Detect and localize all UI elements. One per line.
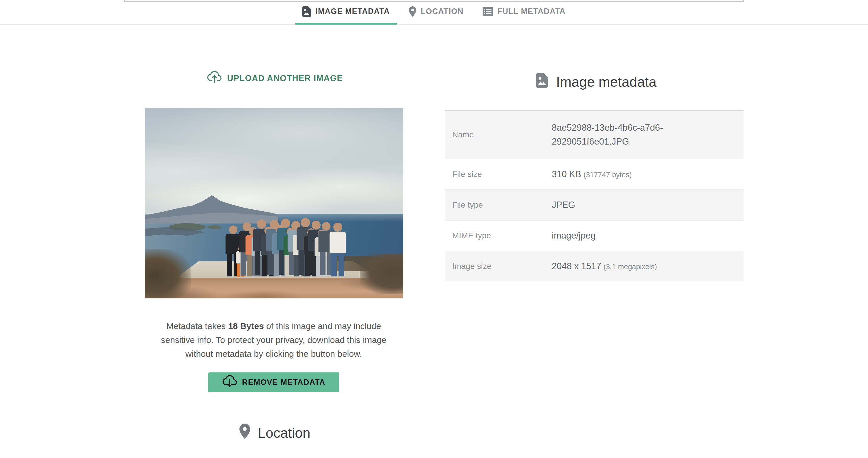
- table-row: Image size2048 x 1517(3.1 megapixels): [445, 251, 744, 281]
- row-value: 8ae52988-13eb-4b6c-a7d6-2929051f6e01.JPG: [552, 121, 702, 149]
- remove-metadata-button[interactable]: REMOVE METADATA: [208, 372, 339, 392]
- row-label: Image size: [445, 262, 552, 271]
- table-row: File size310 KB(317747 bytes): [445, 159, 744, 189]
- metadata-title: Image metadata: [556, 74, 656, 90]
- photo-people: [145, 108, 403, 298]
- cloud-download-icon: [222, 375, 237, 390]
- tab-location[interactable]: LOCATION: [402, 0, 470, 25]
- remove-button-label: REMOVE METADATA: [242, 378, 326, 387]
- tab-full-metadata[interactable]: FULL METADATA: [476, 0, 572, 25]
- row-value: 310 KB(317747 bytes): [552, 167, 631, 182]
- row-value: image/jpeg: [552, 229, 596, 242]
- uploaded-photo-preview: [145, 108, 403, 298]
- tab-label: LOCATION: [421, 7, 464, 16]
- page: IMAGE METADATA LOCATION FULL METADATA UP…: [0, 0, 868, 458]
- row-value-note: (3.1 megapixels): [603, 263, 657, 271]
- location-pin-icon: [409, 6, 416, 17]
- row-value: JPEG: [552, 198, 575, 212]
- upload-another-image-link[interactable]: UPLOAD ANOTHER IMAGE: [124, 69, 425, 87]
- location-pin-icon: [239, 424, 250, 442]
- metadata-table: Name8ae52988-13eb-4b6c-a7d6-2929051f6e01…: [445, 110, 744, 281]
- image-file-icon: [536, 73, 548, 91]
- location-title: Location: [258, 425, 310, 441]
- photo-person: [330, 223, 346, 276]
- privacy-note: Metadata takes 18 Bytes of this image an…: [158, 319, 390, 361]
- cloud-upload-icon: [207, 70, 222, 86]
- row-label: MIME type: [445, 231, 552, 240]
- table-row: File typeJPEG: [445, 189, 744, 220]
- tab-label: FULL METADATA: [497, 7, 566, 16]
- row-value: 2048 x 1517(3.1 megapixels): [552, 259, 657, 273]
- list-icon: [483, 7, 493, 16]
- location-section-heading: Location: [124, 423, 425, 443]
- upload-link-label: UPLOAD ANOTHER IMAGE: [227, 73, 343, 83]
- image-file-icon: [302, 6, 311, 17]
- image-metadata-heading: Image metadata: [536, 72, 656, 92]
- tab-bar: IMAGE METADATA LOCATION FULL METADATA: [0, 0, 868, 25]
- row-value-note: (317747 bytes): [584, 171, 632, 179]
- tab-label: IMAGE METADATA: [315, 7, 390, 16]
- table-row: MIME typeimage/jpeg: [445, 220, 744, 251]
- tab-image-metadata[interactable]: IMAGE METADATA: [296, 0, 397, 25]
- row-label: File type: [445, 200, 552, 209]
- table-row: Name8ae52988-13eb-4b6c-a7d6-2929051f6e01…: [445, 111, 744, 159]
- row-label: File size: [445, 170, 552, 179]
- row-label: Name: [445, 130, 552, 139]
- metadata-size: 18 Bytes: [228, 321, 264, 331]
